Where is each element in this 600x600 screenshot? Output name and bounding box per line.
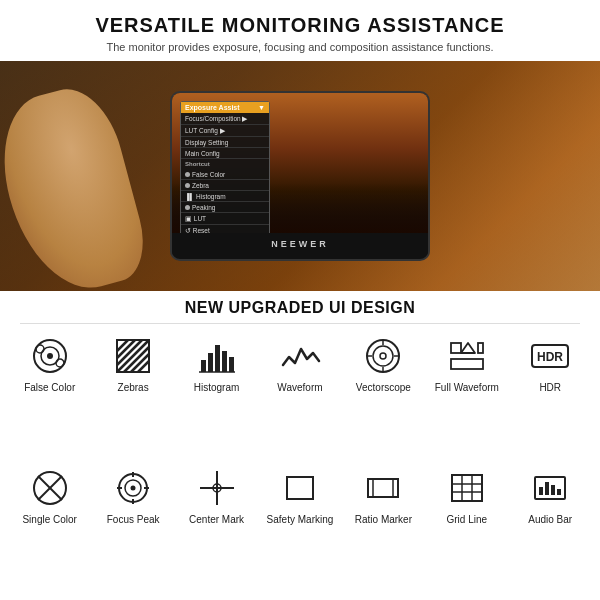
svg-rect-28 xyxy=(478,343,483,353)
histogram-icon xyxy=(195,334,239,378)
zebras-icon xyxy=(111,334,155,378)
zebras-item: Zebras xyxy=(97,334,169,394)
ratio-marker-label: Ratio Marker xyxy=(355,514,412,526)
upgrade-section: NEW UPGRADED UI DESIGN xyxy=(0,291,600,323)
sub-title: The monitor provides exposure, focusing … xyxy=(10,41,590,53)
safety-marking-label: Safety Marking xyxy=(267,514,334,526)
hdr-label: HDR xyxy=(539,382,561,394)
svg-rect-56 xyxy=(551,485,555,495)
menu-item-main: Main Config xyxy=(181,148,269,159)
icons-row-1: False Color Zebras xyxy=(8,334,592,460)
menu-item-lut: LUT Config ▶ xyxy=(181,125,269,137)
shortcut-reset: ↺ Reset xyxy=(181,225,269,233)
svg-rect-45 xyxy=(287,477,313,499)
svg-rect-55 xyxy=(545,482,549,495)
monitor-screen: Exposure Assist ▼ Focus/Composition ▶ LU… xyxy=(172,93,428,233)
single-color-item: Single Color xyxy=(14,466,86,526)
upgrade-title: NEW UPGRADED UI DESIGN xyxy=(0,299,600,317)
svg-rect-54 xyxy=(539,487,543,495)
monitor-device: Exposure Assist ▼ Focus/Composition ▶ LU… xyxy=(170,91,430,261)
audio-bar-item: Audio Bar xyxy=(514,466,586,526)
svg-rect-15 xyxy=(215,345,220,372)
waveform-label: Waveform xyxy=(277,382,322,394)
grid-line-icon xyxy=(445,466,489,510)
svg-rect-47 xyxy=(373,479,393,497)
svg-rect-26 xyxy=(451,343,461,353)
center-mark-item: Center Mark xyxy=(181,466,253,526)
zebras-label: Zebras xyxy=(118,382,149,394)
svg-text:HDR: HDR xyxy=(537,350,563,364)
monitor-section: Exposure Assist ▼ Focus/Composition ▶ LU… xyxy=(0,61,600,291)
svg-rect-57 xyxy=(557,489,561,495)
shortcut-lut: ▣ LUT xyxy=(181,213,269,225)
hdr-item: HDR HDR xyxy=(514,334,586,394)
ratio-marker-item: Ratio Marker xyxy=(347,466,419,526)
svg-point-4 xyxy=(56,359,64,367)
menu-item-display: Display Setting xyxy=(181,137,269,148)
vectorscope-icon xyxy=(361,334,405,378)
waveform-item: Waveform xyxy=(264,334,336,394)
hand-graphic xyxy=(0,79,154,291)
vectorscope-item: Vectorscope xyxy=(347,334,419,394)
safety-marking-item: Safety Marking xyxy=(264,466,336,526)
audio-bar-icon xyxy=(528,466,572,510)
icons-section: False Color Zebras xyxy=(0,324,600,600)
grid-line-item: Grid Line xyxy=(431,466,503,526)
monitor-menu: Exposure Assist ▼ Focus/Composition ▶ LU… xyxy=(180,101,270,233)
icons-row-2: Single Color Focus Peak xyxy=(8,466,592,592)
focus-peak-icon xyxy=(111,466,155,510)
svg-rect-14 xyxy=(208,353,213,372)
focus-peak-item: Focus Peak xyxy=(97,466,169,526)
full-waveform-label: Full Waveform xyxy=(435,382,499,394)
svg-rect-16 xyxy=(222,351,227,372)
svg-point-37 xyxy=(131,486,136,491)
svg-rect-48 xyxy=(452,475,482,501)
shortcut-false-color: False Color xyxy=(181,169,269,180)
menu-shortcut-label: Shortcut xyxy=(181,159,269,169)
hdr-icon: HDR xyxy=(528,334,572,378)
svg-rect-13 xyxy=(201,360,206,372)
false-color-item: False Color xyxy=(14,334,86,394)
waveform-icon xyxy=(278,334,322,378)
false-color-icon xyxy=(28,334,72,378)
audio-bar-label: Audio Bar xyxy=(528,514,572,526)
vectorscope-label: Vectorscope xyxy=(356,382,411,394)
histogram-item: Histogram xyxy=(181,334,253,394)
full-waveform-item: Full Waveform xyxy=(431,334,503,394)
svg-point-20 xyxy=(373,346,393,366)
header-section: VERSATILE MONITORING ASSISTANCE The moni… xyxy=(0,0,600,61)
center-mark-icon xyxy=(195,466,239,510)
svg-point-21 xyxy=(380,353,386,359)
svg-rect-29 xyxy=(451,359,483,369)
svg-marker-27 xyxy=(461,343,475,353)
focus-peak-label: Focus Peak xyxy=(107,514,160,526)
grid-line-label: Grid Line xyxy=(447,514,488,526)
menu-header: Exposure Assist ▼ xyxy=(181,102,269,113)
safety-marking-icon xyxy=(278,466,322,510)
shortcut-peaking: Peaking xyxy=(181,202,269,213)
svg-point-2 xyxy=(47,353,53,359)
center-mark-label: Center Mark xyxy=(189,514,244,526)
shortcut-zebra: Zebra xyxy=(181,180,269,191)
svg-rect-17 xyxy=(229,357,234,372)
false-color-label: False Color xyxy=(24,382,75,394)
page-container: VERSATILE MONITORING ASSISTANCE The moni… xyxy=(0,0,600,600)
menu-item-focus: Focus/Composition ▶ xyxy=(181,113,269,125)
svg-point-3 xyxy=(36,345,44,353)
ratio-marker-icon xyxy=(361,466,405,510)
main-title: VERSATILE MONITORING ASSISTANCE xyxy=(10,14,590,37)
monitor-brand: NEEWER xyxy=(172,233,428,255)
single-color-icon xyxy=(28,466,72,510)
full-waveform-icon xyxy=(445,334,489,378)
histogram-label: Histogram xyxy=(194,382,240,394)
single-color-label: Single Color xyxy=(22,514,76,526)
shortcut-histogram: ▐▌ Histogram xyxy=(181,191,269,202)
